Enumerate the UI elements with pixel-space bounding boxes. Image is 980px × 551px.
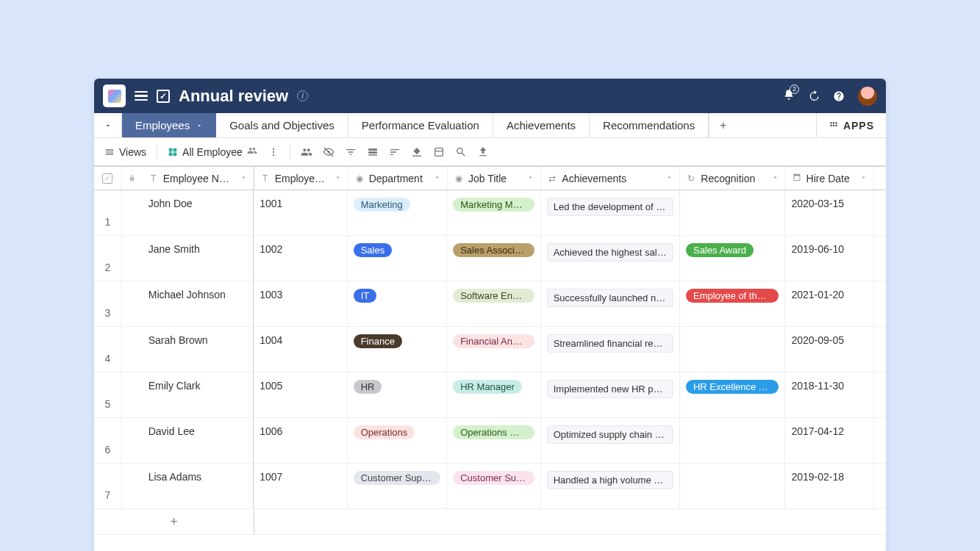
cell-id[interactable]: 1003 xyxy=(254,281,348,326)
cell-hire-date[interactable]: 2020-03-15 xyxy=(785,190,874,235)
cell-name[interactable]: Sarah Brown xyxy=(143,327,254,372)
user-avatar[interactable] xyxy=(858,87,877,106)
apps-button[interactable]: APPS xyxy=(816,113,886,137)
info-icon[interactable]: i xyxy=(297,90,308,101)
sort-icon[interactable] xyxy=(859,173,868,183)
column-achievements[interactable]: ⇄Achievements xyxy=(541,167,680,190)
cell-id[interactable]: 1007 xyxy=(254,464,348,508)
cell-id[interactable]: 1002 xyxy=(254,236,348,281)
cell-hire-date[interactable]: 2019-06-10 xyxy=(785,236,874,281)
sort-icon[interactable] xyxy=(334,173,342,183)
cell-achievements[interactable]: Optimized supply chain operations xyxy=(541,418,680,463)
sort-icon[interactable] xyxy=(665,173,673,183)
cell-achievements[interactable]: Handled a high volume of support tickets xyxy=(541,464,680,508)
people-icon[interactable] xyxy=(301,146,312,158)
cell-achievements[interactable]: Achieved the highest sales figures for Q… xyxy=(541,236,680,281)
sort-icon[interactable] xyxy=(433,173,441,183)
cell-recognition[interactable]: Sales Award xyxy=(680,236,785,281)
cell-department[interactable]: HR xyxy=(348,372,448,417)
cell-name[interactable]: Michael Johnson xyxy=(143,281,254,326)
cell-recognition[interactable] xyxy=(680,190,785,235)
cell-recognition[interactable]: HR Excellence Award xyxy=(680,372,785,417)
cell-id[interactable]: 1004 xyxy=(254,327,348,372)
row-height-icon[interactable] xyxy=(433,146,445,158)
views-menu[interactable]: Views xyxy=(104,146,146,158)
tab-employees[interactable]: Employees xyxy=(122,113,216,137)
table-row[interactable]: 4Sarah Brown1004FinanceFinancial Analyst… xyxy=(94,327,886,372)
cell-department[interactable]: Sales xyxy=(348,236,448,281)
cell-name[interactable]: Lisa Adams xyxy=(143,464,254,508)
column-hire-date[interactable]: Hire Date xyxy=(786,167,874,190)
column-employee-id[interactable]: TEmployee ID xyxy=(254,167,348,190)
cell-recognition[interactable] xyxy=(680,464,785,508)
sort-icon[interactable] xyxy=(771,173,779,183)
column-department[interactable]: ◉Department xyxy=(348,167,448,190)
tabs-dropdown[interactable] xyxy=(94,113,122,137)
help-icon[interactable] xyxy=(833,90,845,102)
cell-job-title[interactable]: Operations Manager xyxy=(447,418,541,463)
cell-name[interactable]: David Lee xyxy=(143,418,254,463)
cell-department[interactable]: IT xyxy=(348,281,448,326)
table-row[interactable]: 2Jane Smith1002SalesSales AssociateAchie… xyxy=(94,236,886,281)
cell-job-title[interactable]: Sales Associate xyxy=(447,236,541,281)
cell-name[interactable]: Jane Smith xyxy=(143,236,254,281)
cell-achievements[interactable]: Successfully launched new internal tooli… xyxy=(541,281,680,326)
table-row[interactable]: 1John Doe1001MarketingMarketing ManagerL… xyxy=(94,190,886,236)
table-row[interactable]: 5Emily Clark1005HRHR ManagerImplemented … xyxy=(94,372,886,418)
table-row[interactable]: 6David Lee1006OperationsOperations Manag… xyxy=(94,418,886,464)
hide-icon[interactable] xyxy=(323,146,335,158)
sort-icon[interactable] xyxy=(526,173,534,183)
cell-achievements[interactable]: Streamlined financial reporting processe… xyxy=(541,327,680,372)
current-view-button[interactable]: All Employee xyxy=(168,145,257,158)
cell-achievements[interactable]: Implemented new HR policies company-wide xyxy=(541,372,680,417)
cell-id[interactable]: 1005 xyxy=(254,372,348,417)
cell-department[interactable]: Operations xyxy=(348,418,448,463)
cell-hire-date[interactable]: 2021-01-20 xyxy=(785,281,874,326)
table-row[interactable]: 3Michael Johnson1003ITSoftware EngineerS… xyxy=(94,281,886,327)
cell-name[interactable]: John Doe xyxy=(143,190,254,235)
color-icon[interactable] xyxy=(411,146,423,158)
sort-icon[interactable] xyxy=(389,146,401,158)
export-icon[interactable] xyxy=(477,146,489,158)
cell-hire-date[interactable]: 2020-09-05 xyxy=(785,327,874,372)
cell-hire-date[interactable]: 2017-04-12 xyxy=(785,418,874,463)
cell-hire-date[interactable]: 2018-11-30 xyxy=(785,372,874,417)
cell-department[interactable]: Marketing xyxy=(348,190,448,235)
column-job-title[interactable]: ◉Job Title xyxy=(448,167,541,190)
tab-performance-evaluation[interactable]: Performance Evaluation xyxy=(348,113,493,137)
more-icon[interactable] xyxy=(268,146,279,158)
table-row[interactable]: 7Lisa Adams1007Customer SupportCustomer … xyxy=(94,464,886,509)
cell-name[interactable]: Emily Clark xyxy=(143,372,254,417)
cell-recognition[interactable]: Employee of the Month xyxy=(680,281,785,326)
app-logo[interactable] xyxy=(103,84,126,107)
filter-icon[interactable] xyxy=(345,146,357,158)
select-icon: ◉ xyxy=(454,173,464,184)
cell-job-title[interactable]: Marketing Manager xyxy=(447,190,541,235)
cell-hire-date[interactable]: 2019-02-18 xyxy=(785,464,874,508)
cell-job-title[interactable]: HR Manager xyxy=(447,372,541,417)
cell-department[interactable]: Customer Support xyxy=(348,464,448,508)
hamburger-menu-icon[interactable] xyxy=(135,91,148,101)
select-all-checkbox[interactable]: ✓ xyxy=(94,167,122,190)
column-recognition[interactable]: ↻Recognition xyxy=(680,167,785,190)
tab-goals-and-objectives[interactable]: Goals and Objectives xyxy=(216,113,348,137)
add-row-button[interactable]: + xyxy=(94,509,254,534)
add-tab-button[interactable]: + xyxy=(709,113,737,137)
cell-recognition[interactable] xyxy=(680,418,785,463)
cell-job-title[interactable]: Financial Analyst xyxy=(447,327,541,372)
tab-achievements[interactable]: Achievements xyxy=(493,113,590,137)
cell-id[interactable]: 1001 xyxy=(254,190,348,235)
cell-job-title[interactable]: Customer Support Specialist xyxy=(447,464,541,508)
history-icon[interactable] xyxy=(808,90,820,102)
notifications-button[interactable]: 2 xyxy=(783,89,795,104)
search-icon[interactable] xyxy=(455,146,467,158)
tab-recommendations[interactable]: Recommendations xyxy=(590,113,709,137)
sort-icon[interactable] xyxy=(240,173,248,183)
cell-recognition[interactable] xyxy=(680,327,785,372)
group-icon[interactable] xyxy=(367,146,379,158)
cell-achievements[interactable]: Led the development of a new product lau… xyxy=(541,190,680,235)
cell-job-title[interactable]: Software Engineer xyxy=(447,281,541,326)
cell-id[interactable]: 1006 xyxy=(254,418,348,463)
column-employee-name[interactable]: TEmployee Name xyxy=(143,167,254,190)
cell-department[interactable]: Finance xyxy=(348,327,448,372)
